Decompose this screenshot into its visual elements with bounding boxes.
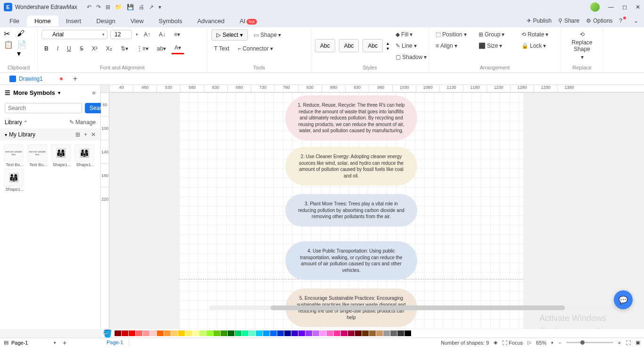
color-swatch[interactable] bbox=[185, 330, 192, 336]
bullets-icon[interactable]: ⋮≡▾ bbox=[134, 43, 151, 54]
menu-symbols[interactable]: Symbols bbox=[151, 16, 190, 26]
shape-item[interactable]: Shape1... bbox=[51, 144, 73, 167]
menu-file[interactable]: File bbox=[2, 16, 27, 26]
export-button[interactable]: ↗ bbox=[149, 4, 154, 10]
document-tab[interactable]: Drawing1 bbox=[5, 74, 67, 84]
more-symbols-title[interactable]: More Symbols bbox=[13, 89, 55, 96]
fill-bucket-icon[interactable]: 🪣 bbox=[103, 329, 112, 338]
paste-icon[interactable]: 📄▾ bbox=[17, 40, 26, 58]
format-painter-icon[interactable]: 🖌 bbox=[17, 29, 26, 38]
replace-shape-button[interactable]: ⟲Replace Shape ▾ bbox=[569, 29, 595, 62]
color-swatch[interactable] bbox=[242, 330, 248, 336]
color-swatch[interactable] bbox=[348, 330, 355, 336]
size-button[interactable]: ⬛ Size▾ bbox=[476, 41, 514, 51]
undo-button[interactable]: ↶ bbox=[87, 4, 91, 10]
color-swatch[interactable] bbox=[122, 330, 128, 336]
fill-button[interactable]: ◆ Fill▾ bbox=[393, 29, 429, 40]
qat-more[interactable]: ▾ bbox=[158, 4, 161, 10]
symbol-search-input[interactable] bbox=[5, 103, 82, 113]
color-swatch[interactable] bbox=[291, 330, 298, 336]
increase-font-icon[interactable]: A↑ bbox=[141, 29, 153, 40]
lib-close-icon[interactable]: ✕ bbox=[91, 131, 96, 138]
close-button[interactable]: ✕ bbox=[636, 4, 640, 10]
color-swatch[interactable] bbox=[199, 330, 206, 336]
color-swatch[interactable] bbox=[405, 330, 411, 336]
menu-design[interactable]: Design bbox=[89, 16, 123, 26]
shape-item[interactable]: text box sample textText Bo... bbox=[4, 144, 25, 167]
shape-tool[interactable]: ▭ Shape ▾ bbox=[251, 30, 284, 40]
connector-tool[interactable]: ⌐ Connector ▾ bbox=[235, 43, 275, 54]
color-swatch[interactable] bbox=[206, 330, 213, 336]
shape-item[interactable]: Shape1... bbox=[74, 144, 96, 167]
align-button[interactable]: ≡ Align▾ bbox=[433, 41, 471, 51]
lib-add-icon[interactable]: + bbox=[84, 131, 87, 138]
color-swatch[interactable] bbox=[313, 330, 319, 336]
open-button[interactable]: 📁 bbox=[115, 4, 122, 10]
collapse-panel-icon[interactable]: « bbox=[92, 89, 96, 96]
print-button[interactable]: 🖨 bbox=[139, 4, 144, 10]
color-swatch[interactable] bbox=[171, 330, 178, 336]
bold-icon[interactable]: B bbox=[41, 43, 51, 54]
line-button[interactable]: ✎ Line▾ bbox=[393, 41, 429, 51]
options-button[interactable]: ⚙ Options bbox=[586, 17, 612, 24]
color-swatch[interactable] bbox=[334, 330, 340, 336]
bubble-3[interactable]: 3. Plant More Trees: Trees play a vital … bbox=[285, 194, 417, 227]
cut-icon[interactable]: ✂ bbox=[4, 29, 13, 38]
fullscreen-icon[interactable]: ▣ bbox=[636, 339, 640, 346]
color-swatch[interactable] bbox=[221, 330, 227, 336]
color-swatch[interactable] bbox=[320, 330, 326, 336]
color-swatch[interactable] bbox=[150, 330, 157, 336]
color-swatch[interactable] bbox=[249, 330, 256, 336]
text-tool[interactable]: T Text bbox=[211, 43, 232, 54]
font-size-select[interactable] bbox=[110, 30, 132, 39]
color-swatch[interactable] bbox=[214, 330, 220, 336]
color-swatch[interactable] bbox=[228, 330, 234, 336]
color-swatch[interactable] bbox=[115, 330, 121, 336]
highlight-icon[interactable]: ab▾ bbox=[154, 43, 169, 54]
shadow-button[interactable]: ▢ Shadow▾ bbox=[393, 52, 429, 62]
position-button[interactable]: ⬚ Position▾ bbox=[433, 29, 471, 40]
color-swatch[interactable] bbox=[341, 330, 347, 336]
color-swatch[interactable] bbox=[355, 330, 362, 336]
menu-view[interactable]: View bbox=[123, 16, 151, 26]
page[interactable]: 1. Reduce, Reuse, Recycle: The three R's… bbox=[179, 93, 523, 329]
strike-icon[interactable]: S̶ bbox=[77, 43, 86, 54]
underline-icon[interactable]: U bbox=[64, 43, 74, 54]
color-swatch[interactable] bbox=[164, 330, 171, 336]
italic-icon[interactable]: I bbox=[54, 43, 61, 54]
redo-button[interactable]: ↷ bbox=[96, 4, 101, 10]
subscript-icon[interactable]: X₂ bbox=[103, 43, 115, 54]
library-label[interactable]: Library bbox=[5, 119, 22, 126]
my-library-label[interactable]: My Library bbox=[9, 131, 35, 138]
color-swatch[interactable] bbox=[270, 330, 277, 336]
color-swatch[interactable] bbox=[383, 330, 390, 336]
color-swatch[interactable] bbox=[143, 330, 149, 336]
manage-library-button[interactable]: ✎ Manage bbox=[69, 119, 96, 126]
color-swatch[interactable] bbox=[412, 330, 418, 336]
text-align-icon[interactable]: ≡▾ bbox=[171, 29, 183, 40]
menu-home[interactable]: Home bbox=[27, 16, 58, 26]
help-button[interactable]: ? bbox=[619, 17, 627, 24]
collapse-ribbon[interactable]: ⌄ bbox=[634, 17, 638, 24]
new-button[interactable]: ⊞ bbox=[106, 4, 110, 10]
publish-button[interactable]: ✈ Publish bbox=[527, 17, 552, 24]
color-swatch[interactable] bbox=[157, 330, 164, 336]
menu-insert[interactable]: Insert bbox=[58, 16, 89, 26]
canvas[interactable]: 1. Reduce, Reuse, Recycle: The three R's… bbox=[109, 93, 644, 329]
page-select[interactable] bbox=[11, 340, 54, 346]
color-swatch[interactable] bbox=[256, 330, 263, 336]
color-swatch[interactable] bbox=[327, 330, 333, 336]
page-tab[interactable]: Page-1 bbox=[101, 339, 129, 346]
add-page-button[interactable]: + bbox=[63, 339, 66, 347]
lib-grid-icon[interactable]: ⊞ bbox=[75, 131, 80, 138]
color-swatch[interactable] bbox=[362, 330, 369, 336]
minimize-button[interactable]: — bbox=[608, 4, 614, 10]
copy-icon[interactable]: 📋 bbox=[4, 40, 13, 58]
style-more-icon[interactable]: ▴▾ bbox=[387, 41, 389, 51]
layers-icon[interactable]: ◈ bbox=[494, 339, 497, 346]
share-button[interactable]: ⚲ Share bbox=[558, 17, 579, 24]
style-preset-3[interactable]: Abc bbox=[363, 39, 383, 52]
user-avatar[interactable] bbox=[590, 2, 600, 12]
bubble-2[interactable]: 2. Use Cleaner Energy: Adopting cleaner … bbox=[285, 147, 417, 186]
menu-ai[interactable]: AIhot bbox=[232, 16, 264, 26]
